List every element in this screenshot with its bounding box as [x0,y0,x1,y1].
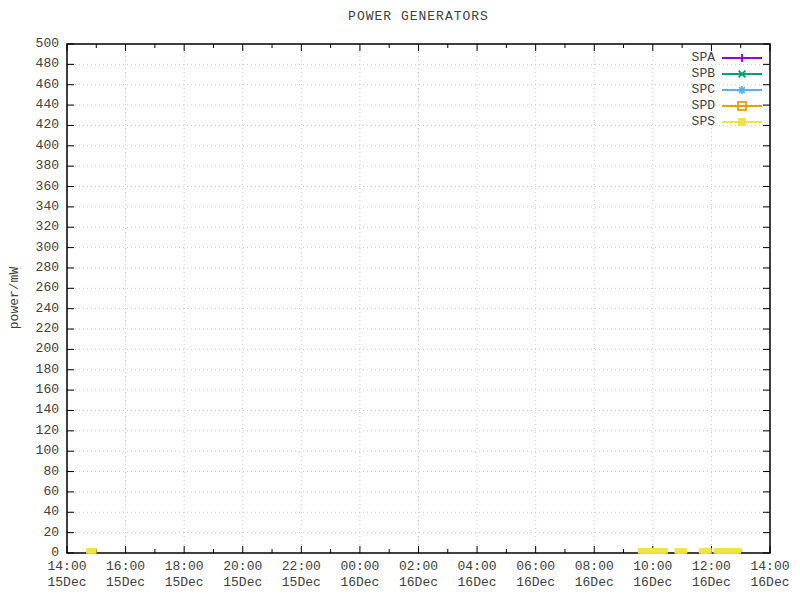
legend-item-spc: SPC [655,83,715,97]
legend-item-spd: SPD [655,99,715,113]
y-tick-label: 300 [4,240,59,256]
y-tick-label: 240 [4,301,59,317]
y-tick-label: 480 [4,56,59,72]
y-tick-label: 220 [4,321,59,337]
y-tick-label: 20 [4,525,59,541]
y-tick-label: 280 [4,260,59,276]
chart-title: POWER GENERATORS [67,9,770,24]
y-tick-label: 100 [4,443,59,459]
y-tick-label: 340 [4,199,59,215]
filled-square-marker [682,548,688,554]
y-tick-label: 440 [4,97,59,113]
y-tick-label: 120 [4,423,59,439]
legend-item-spa: SPA [655,51,715,65]
y-tick-label: 500 [4,36,59,52]
y-tick-label: 400 [4,138,59,154]
y-tick-label: 160 [4,382,59,398]
y-tick-label: 320 [4,219,59,235]
y-tick-label: 80 [4,464,59,480]
y-tick-label: 460 [4,77,59,93]
y-tick-label: 60 [4,484,59,500]
filled-square-marker [735,548,741,554]
plus-marker [738,54,746,62]
y-tick-label: 140 [4,402,59,418]
x-tick-label: 14:00 16Dec [730,559,800,591]
y-tick-label: 420 [4,117,59,133]
filled-square-marker [706,548,712,554]
filled-square-marker [738,118,746,126]
filled-square-marker [662,548,668,554]
y-tick-label: 380 [4,158,59,174]
y-tick-label: 40 [4,504,59,520]
legend-item-spb: SPB [655,67,715,81]
legend-item-sps: SPS [655,115,715,129]
y-tick-label: 360 [4,179,59,195]
y-axis-label: power/mW [7,267,22,329]
power-generators-chart: POWER GENERATORS power/mW 02040608010012… [0,0,800,600]
y-tick-label: 180 [4,362,59,378]
y-tick-label: 260 [4,280,59,296]
filled-square-marker [91,548,97,554]
y-tick-label: 200 [4,341,59,357]
